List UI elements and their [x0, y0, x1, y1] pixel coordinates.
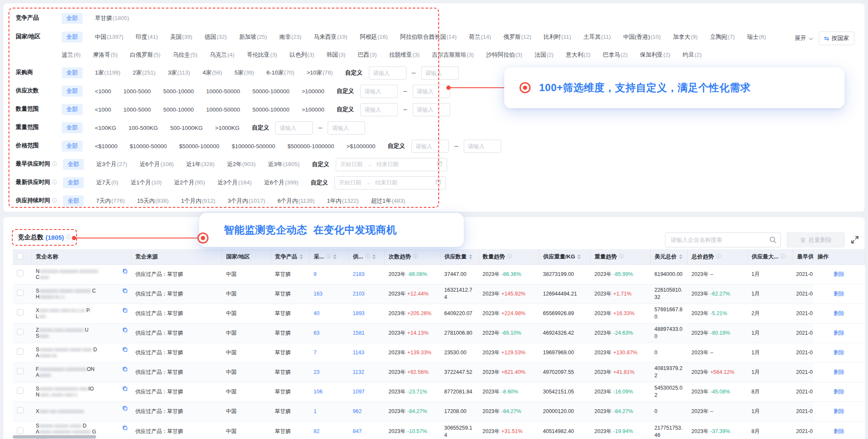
- info-icon[interactable]: ⓘ: [52, 161, 57, 168]
- filter-option[interactable]: 中国(1397): [95, 33, 123, 41]
- custom-max-input[interactable]: [413, 85, 450, 98]
- custom-option[interactable]: 自定义: [312, 161, 329, 168]
- filter-all-chip[interactable]: 全部: [63, 177, 84, 188]
- filter-option[interactable]: 4家(56): [203, 69, 222, 77]
- filter-option[interactable]: 7天内(776): [96, 197, 125, 205]
- buyers-count-cell[interactable]: 106: [309, 382, 348, 402]
- filter-option[interactable]: 5家(39): [234, 69, 254, 77]
- supply-times-cell[interactable]: 1143: [348, 343, 384, 362]
- date-range-picker[interactable]: 开始日期→结束日期: [336, 158, 447, 171]
- supply-times-cell[interactable]: 1132: [348, 362, 384, 382]
- filter-option[interactable]: 5000-10000: [163, 106, 194, 113]
- filter-option[interactable]: $10000-50000: [130, 143, 167, 149]
- delete-link[interactable]: 删除: [834, 408, 844, 414]
- filter-option[interactable]: 近2个月(95): [174, 179, 205, 187]
- row-checkbox[interactable]: [17, 348, 23, 355]
- custom-option[interactable]: 自定义: [252, 124, 269, 132]
- delete-link[interactable]: 删除: [834, 350, 844, 356]
- custom-min-input[interactable]: [275, 121, 313, 135]
- filter-option[interactable]: 土耳其(11): [583, 33, 611, 41]
- filter-option[interactable]: 巴拿马(2): [603, 51, 628, 59]
- info-icon[interactable]: ⓘ: [780, 253, 785, 260]
- copy-icon[interactable]: [122, 425, 128, 432]
- buyers-count-cell[interactable]: 23: [309, 362, 348, 382]
- info-icon[interactable]: ⓘ: [66, 234, 71, 241]
- filter-option[interactable]: 意大利(2): [566, 51, 591, 59]
- filter-option[interactable]: 近3年(1605): [268, 161, 300, 168]
- row-checkbox[interactable]: [17, 309, 23, 316]
- filter-option[interactable]: <$10000: [95, 143, 117, 149]
- delete-link[interactable]: 删除: [834, 291, 844, 297]
- delete-link[interactable]: 删除: [834, 310, 844, 316]
- custom-max-input[interactable]: [464, 140, 501, 153]
- filter-option[interactable]: 印度(41): [136, 33, 158, 41]
- filter-option[interactable]: 哥伦比亚(3): [247, 51, 277, 59]
- buyers-count-cell[interactable]: 63: [309, 323, 348, 343]
- filter-option[interactable]: 荷兰(14): [469, 33, 491, 41]
- filter-option[interactable]: 白俄罗斯(5): [130, 51, 161, 59]
- filter-option[interactable]: $100000-500000: [232, 143, 275, 149]
- sort-icon[interactable]: [679, 254, 682, 259]
- filter-option[interactable]: 近6个月(108): [140, 161, 174, 168]
- filter-option[interactable]: 阿根廷(16): [360, 33, 388, 41]
- row-checkbox[interactable]: [17, 329, 23, 335]
- filter-option[interactable]: 近6个月(399): [264, 179, 299, 187]
- row-checkbox[interactable]: [17, 407, 23, 413]
- by-country-button[interactable]: ⇆ 按国家: [819, 32, 854, 45]
- row-checkbox[interactable]: [17, 290, 23, 296]
- filter-option[interactable]: 5000-10000: [163, 88, 194, 95]
- filter-option[interactable]: 1000-5000: [123, 106, 151, 113]
- filter-option[interactable]: 1000-5000: [123, 88, 151, 95]
- filter-option[interactable]: 草甘膦(1805): [95, 14, 129, 22]
- copy-icon[interactable]: [122, 288, 128, 295]
- filter-option[interactable]: 乌克兰(4): [210, 51, 234, 59]
- supply-times-cell[interactable]: 2183: [348, 264, 384, 284]
- info-icon[interactable]: ⓘ: [413, 253, 418, 260]
- filter-option[interactable]: $50000-100000: [179, 143, 220, 149]
- filter-option[interactable]: 阿拉伯联合酋长国(14): [400, 33, 457, 41]
- custom-max-input[interactable]: [413, 103, 450, 116]
- filter-option[interactable]: <100KG: [95, 125, 116, 131]
- info-icon[interactable]: ⓘ: [507, 253, 512, 260]
- row-checkbox[interactable]: [17, 428, 23, 434]
- copy-icon[interactable]: [122, 307, 128, 314]
- filter-all-chip[interactable]: 全部: [62, 141, 83, 152]
- filter-option[interactable]: >1000KG: [215, 125, 240, 131]
- row-checkbox[interactable]: [17, 387, 23, 394]
- custom-option[interactable]: 自定义: [388, 142, 405, 150]
- filter-all-chip[interactable]: 全部: [62, 32, 83, 43]
- info-icon[interactable]: ⓘ: [716, 253, 721, 260]
- filter-all-chip[interactable]: 全部: [62, 122, 83, 133]
- supply-times-cell[interactable]: 962: [348, 402, 384, 421]
- filter-option[interactable]: <1000: [95, 106, 111, 113]
- fullscreen-icon[interactable]: [850, 235, 859, 244]
- buyers-count-cell[interactable]: 163: [309, 284, 348, 304]
- custom-max-input[interactable]: [421, 66, 459, 80]
- filter-option[interactable]: 近1年(328): [186, 161, 215, 168]
- copy-icon[interactable]: [122, 386, 128, 393]
- custom-option[interactable]: 自定义: [345, 69, 363, 77]
- filter-option[interactable]: 以色列(3): [290, 51, 314, 59]
- filter-option[interactable]: 南非(23): [280, 33, 302, 41]
- supply-times-cell[interactable]: 2103: [348, 284, 384, 304]
- filter-option[interactable]: 立陶宛(7): [710, 33, 735, 41]
- copy-icon[interactable]: [122, 405, 128, 412]
- info-icon[interactable]: ⓘ: [365, 253, 370, 260]
- delete-link[interactable]: 删除: [834, 271, 844, 277]
- filter-option[interactable]: $500000-1000000: [288, 143, 334, 149]
- filter-option[interactable]: 摩洛哥(5): [93, 51, 118, 59]
- filter-option[interactable]: 加拿大(9): [673, 33, 698, 41]
- bulk-delete-button[interactable]: 批量删除: [787, 232, 845, 247]
- filter-option[interactable]: 瑞士(6): [747, 33, 766, 41]
- filter-all-chip[interactable]: 全部: [62, 13, 83, 24]
- filter-option[interactable]: 美国(39): [170, 33, 192, 41]
- filter-option[interactable]: 2家(251): [133, 69, 156, 77]
- custom-option[interactable]: 自定义: [337, 106, 354, 113]
- filter-option[interactable]: 保加利亚(2): [640, 51, 671, 59]
- filter-all-chip[interactable]: 全部: [63, 159, 84, 170]
- delete-link[interactable]: 删除: [834, 369, 844, 375]
- buyers-count-cell[interactable]: 40: [309, 304, 348, 323]
- copy-icon[interactable]: [122, 327, 128, 334]
- custom-min-input[interactable]: [360, 103, 398, 116]
- filter-option[interactable]: 新加坡(25): [239, 33, 267, 41]
